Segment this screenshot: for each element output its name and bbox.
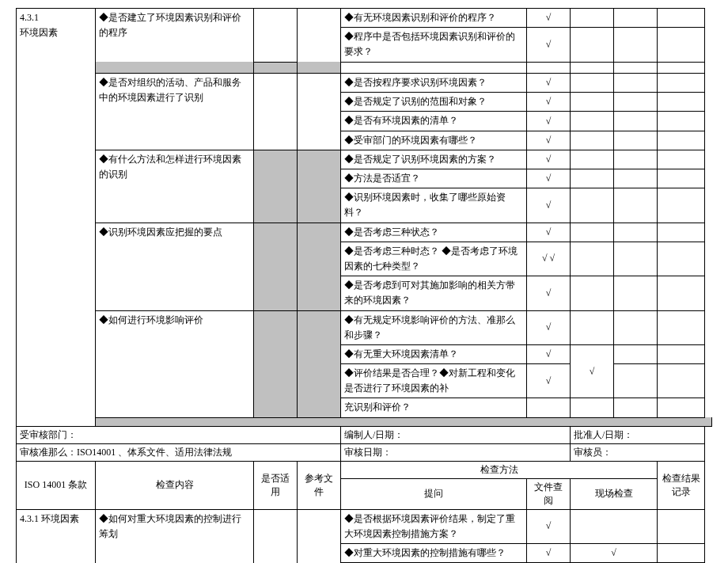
question: ◆是否考虑到可对其施加影响的相关方带来的环境因素？ [341, 276, 527, 310]
clause-cell: 4.3.1 环境因素 [17, 509, 96, 563]
question: ◆对重大环境因素的控制措施有哪些？ [341, 544, 527, 563]
content-cell: ◆是否对组织的活动、产品和服务中的环境因素进行了识别 [96, 74, 254, 150]
hdr-result: 检查结果记录 [658, 461, 705, 509]
question: ◆有无环境因素识别和评价的程序？ [341, 9, 527, 28]
question: ◆程序中是否包括环境因素识别和评价的要求？ [341, 28, 527, 62]
hdr-clause: ISO 14001 条款 [17, 461, 96, 509]
question: ◆有无重大环境因素清单？ [341, 344, 527, 363]
question: 充识别和评价？ [341, 398, 527, 417]
hdr-question: 提问 [341, 478, 527, 509]
question: ◆识别环境因素时，收集了哪些原始资料？ [341, 188, 527, 223]
question: ◆是否规定了识别的范围和对象？ [341, 93, 527, 112]
content-cell: ◆是否建立了环境因素识别和评价的程序 [96, 9, 254, 63]
hdr-siteinspect: 现场检查 [571, 478, 658, 509]
hdr-docreview: 文件查阅 [527, 478, 571, 509]
question: ◆是否规定了识别环境因素的方案？ [341, 150, 527, 169]
criteria-label: 审核准那么：ISO14001 、体系文件、适用法律法规 [17, 443, 341, 461]
question: ◆是否考虑三种状态？ [341, 223, 527, 242]
question: ◆是否按程序要求识别环境因素？ [341, 74, 527, 93]
content-cell: ◆如何进行环境影响评价 [96, 310, 254, 417]
auditdate-label: 审核日期： [341, 443, 571, 461]
question: ◆受审部门的环境因素有哪些？ [341, 131, 527, 150]
dept-label: 受审核部门： [17, 426, 341, 443]
approver-label: 批准人/日期： [571, 426, 705, 443]
content-cell: ◆如何对重大环境因素的控制进行筹划 [96, 509, 254, 563]
shaded-gap [96, 417, 712, 426]
hdr-refdoc: 参考文件 [298, 461, 341, 509]
auditor-label: 审核员： [571, 443, 705, 461]
hdr-method: 检查方法 [341, 461, 658, 478]
editor-label: 编制人/日期： [341, 426, 571, 443]
content-cell: ◆有什么方法和怎样进行环境因素的识别 [96, 150, 254, 223]
question: ◆是否根据环境因素评价结果，制定了重大环境因素控制措施方案？ [341, 509, 527, 543]
audit-table: 4.3.1环境因素 ◆是否建立了环境因素识别和评价的程序 ◆有无环境因素识别和评… [16, 8, 712, 563]
question: ◆是否有环境因素的清单？ [341, 112, 527, 131]
question: ◆有无规定环境影响评价的方法、准那么和步骤？ [341, 310, 527, 344]
question: ◆评价结果是否合理？◆对新工程和变化是否进行了环境因素的补 [341, 364, 527, 398]
content-cell: ◆识别环境因素应把握的要点 [96, 223, 254, 310]
hdr-content: 检查内容 [96, 461, 254, 509]
hdr-applicable: 是否适用 [254, 461, 298, 509]
shaded-gap [96, 62, 254, 74]
question: ◆方法是否适宜？ [341, 169, 527, 188]
doc-check: √ [527, 9, 571, 28]
question: ◆是否考虑三种时态？ ◆是否考虑了环境因素的七种类型？ [341, 242, 527, 276]
clause-cell: 4.3.1环境因素 [17, 9, 96, 427]
